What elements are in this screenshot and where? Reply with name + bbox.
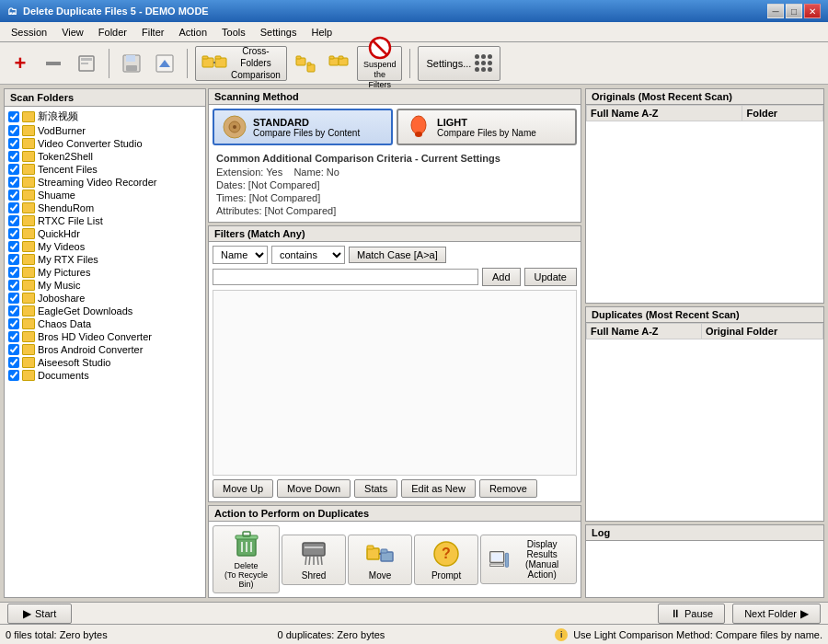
folder-checkbox[interactable] bbox=[8, 344, 19, 355]
filter-type-dropdown[interactable]: Name Path Size Date bbox=[213, 246, 268, 264]
folder-checkbox[interactable] bbox=[8, 228, 19, 239]
filter-update-button[interactable]: Update bbox=[524, 268, 577, 286]
menu-folder[interactable]: Folder bbox=[91, 25, 134, 40]
svg-rect-49 bbox=[491, 553, 502, 560]
list-item[interactable]: Joboshare bbox=[6, 292, 203, 305]
folder-checkbox[interactable] bbox=[8, 164, 19, 175]
list-item[interactable]: VodBurner bbox=[6, 124, 203, 137]
list-item[interactable]: 新浪视频 bbox=[6, 109, 203, 124]
list-item[interactable]: My Pictures bbox=[6, 266, 203, 279]
pause-icon: ⏸ bbox=[670, 607, 681, 620]
menu-settings[interactable]: Settings bbox=[253, 25, 305, 40]
list-item[interactable]: Bros HD Video Converter bbox=[6, 330, 203, 343]
list-item[interactable]: ShenduRom bbox=[6, 201, 203, 214]
app-icon: 🗂 bbox=[7, 6, 17, 17]
pause-button[interactable]: ⏸ Pause bbox=[658, 604, 725, 624]
filter-add-button[interactable]: Add bbox=[482, 268, 521, 286]
delete-action-button[interactable]: Delete (To Recycle Bin) bbox=[213, 525, 280, 593]
light-scan-icon bbox=[406, 114, 431, 140]
svg-rect-14 bbox=[296, 56, 301, 59]
folder-checkbox[interactable] bbox=[8, 111, 19, 122]
match-case-button[interactable]: Match Case [A>a] bbox=[349, 247, 446, 263]
filter-value-input[interactable] bbox=[213, 269, 478, 285]
menu-filter[interactable]: Filter bbox=[134, 25, 171, 40]
list-item[interactable]: Chaos Data bbox=[6, 317, 203, 330]
list-item[interactable]: My RTX Files bbox=[6, 253, 203, 266]
menu-action[interactable]: Action bbox=[171, 25, 214, 40]
move-up-button[interactable]: Move Up bbox=[213, 479, 273, 498]
list-item[interactable]: Tencent Files bbox=[6, 163, 203, 176]
shred-action-button[interactable]: Shred bbox=[282, 535, 346, 585]
move-action-button[interactable]: Move bbox=[348, 535, 412, 585]
folder-name: RTXC File List bbox=[38, 215, 103, 226]
folder-checkbox[interactable] bbox=[8, 280, 19, 291]
list-item[interactable]: Aiseesoft Studio bbox=[6, 356, 203, 369]
folder-icon bbox=[22, 293, 35, 304]
edit-as-new-button[interactable]: Edit as New bbox=[401, 479, 476, 498]
suspend-filters-button[interactable]: Suspend the Filters bbox=[357, 46, 403, 81]
list-item[interactable]: QuickHdr bbox=[6, 227, 203, 240]
svg-rect-30 bbox=[243, 532, 250, 536]
menu-view[interactable]: View bbox=[54, 25, 91, 40]
folder-checkbox[interactable] bbox=[8, 125, 19, 136]
grey-button-1[interactable] bbox=[72, 46, 101, 81]
folder-checkbox[interactable] bbox=[8, 357, 19, 368]
action-panel: Action to Perform on Duplicates Delete ( bbox=[208, 505, 581, 598]
list-item[interactable]: Documents bbox=[6, 369, 203, 382]
list-item[interactable]: My Videos bbox=[6, 240, 203, 253]
menu-session[interactable]: Session bbox=[4, 25, 54, 40]
cross-folders-button[interactable]: Cross- Folders Comparison bbox=[195, 46, 287, 81]
folder-checkbox[interactable] bbox=[8, 267, 19, 278]
folder-checkbox[interactable] bbox=[8, 215, 19, 226]
bottom-control-bar: ▶ Start ⏸ Pause Next Folder ▶ bbox=[0, 602, 828, 624]
start-button[interactable]: ▶ Start bbox=[7, 604, 72, 624]
folder-checkbox[interactable] bbox=[8, 305, 19, 316]
next-folder-button[interactable]: Next Folder ▶ bbox=[732, 604, 821, 624]
folder-checkbox[interactable] bbox=[8, 254, 19, 265]
menu-tools[interactable]: Tools bbox=[214, 25, 253, 40]
light-scan-button[interactable]: LIGHT Compare Files by Name bbox=[397, 109, 577, 145]
load-button[interactable] bbox=[150, 46, 179, 81]
add-folder-button[interactable]: + bbox=[6, 46, 35, 81]
folder-name: Streaming Video Recorder bbox=[38, 177, 156, 188]
folder-checkbox[interactable] bbox=[8, 138, 19, 149]
folder-checkbox[interactable] bbox=[8, 318, 19, 329]
list-item[interactable]: Video Converter Studio bbox=[6, 137, 203, 150]
originals-table: Full Name A-Z Folder bbox=[586, 105, 823, 303]
folder-checkbox[interactable] bbox=[8, 293, 19, 304]
filter-condition-dropdown[interactable]: contains starts with ends with equals bbox=[271, 246, 345, 264]
folder-checkbox[interactable] bbox=[8, 370, 19, 381]
settings-button[interactable]: Settings... bbox=[418, 46, 500, 81]
move-down-button[interactable]: Move Down bbox=[277, 479, 351, 498]
toolbar-icon-btn-1[interactable] bbox=[291, 46, 320, 81]
list-item[interactable]: Bros Android Converter bbox=[6, 343, 203, 356]
prompt-action-button[interactable]: ? Prompt bbox=[414, 535, 478, 585]
toolbar-icon-btn-2[interactable] bbox=[324, 46, 353, 81]
list-item[interactable]: EagleGet Downloads bbox=[6, 305, 203, 317]
menu-help[interactable]: Help bbox=[304, 25, 339, 40]
folder-list[interactable]: 新浪视频 VodBurner Video Converter Studio To… bbox=[5, 107, 205, 597]
list-item[interactable]: RTXC File List bbox=[6, 214, 203, 227]
svg-point-25 bbox=[233, 125, 236, 129]
list-item[interactable]: Token2Shell bbox=[6, 150, 203, 163]
list-item[interactable]: Shuame bbox=[6, 189, 203, 201]
stats-button[interactable]: Stats bbox=[354, 479, 397, 498]
standard-scan-button[interactable]: STANDARD Compare Files by Content bbox=[213, 109, 393, 145]
display-results-button[interactable]: Display Results (Manual Action) bbox=[480, 535, 577, 584]
folder-checkbox[interactable] bbox=[8, 151, 19, 162]
remove-filter-button[interactable]: Remove bbox=[479, 479, 537, 498]
minimize-button[interactable]: ─ bbox=[767, 4, 784, 18]
list-item[interactable]: My Music bbox=[6, 279, 203, 292]
close-button[interactable]: ✕ bbox=[804, 4, 821, 18]
maximize-button[interactable]: □ bbox=[786, 4, 802, 18]
folder-checkbox[interactable] bbox=[8, 241, 19, 252]
folder-checkbox[interactable] bbox=[8, 202, 19, 213]
list-item[interactable]: Streaming Video Recorder bbox=[6, 176, 203, 189]
save-button[interactable] bbox=[117, 46, 146, 81]
svg-rect-3 bbox=[81, 63, 88, 64]
folder-checkbox[interactable] bbox=[8, 190, 19, 201]
remove-folder-button[interactable] bbox=[39, 46, 68, 81]
folder-checkbox[interactable] bbox=[8, 331, 19, 342]
folder-checkbox[interactable] bbox=[8, 177, 19, 188]
settings-label: Settings... bbox=[426, 58, 471, 69]
